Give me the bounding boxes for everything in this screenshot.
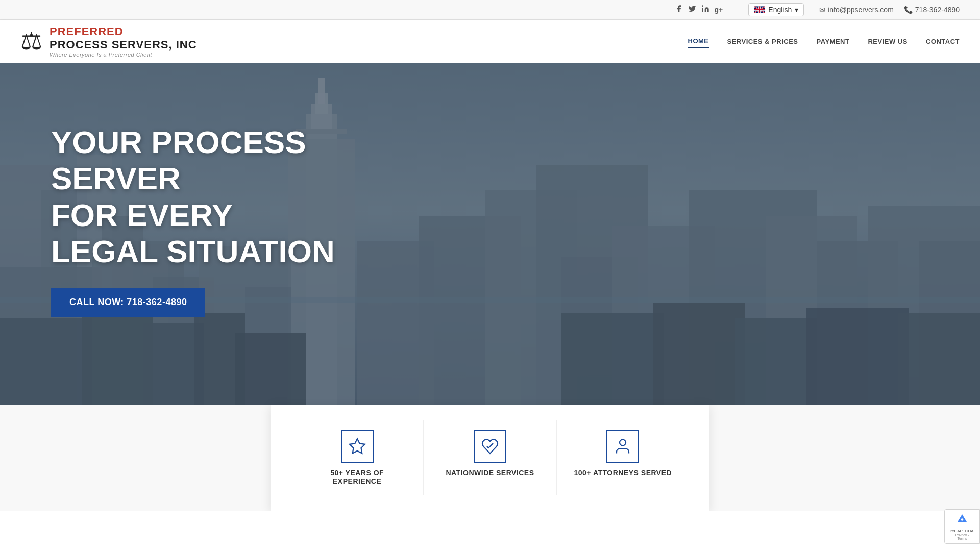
linkedin-icon xyxy=(701,5,709,13)
facebook-icon xyxy=(675,5,683,13)
stat-nationwide-label: NATIONWIDE SERVICES xyxy=(446,469,534,477)
stat-nationwide: NATIONWIDE SERVICES xyxy=(424,420,556,495)
stat-experience: 50+ YEARS OF EXPERIENCE xyxy=(291,420,424,495)
hero-section: YOUR PROCESS SERVER FOR EVERY LEGAL SITU… xyxy=(0,63,980,435)
logo-title: PREFERRED PROCESS SERVERS, INC xyxy=(50,25,197,52)
stat-experience-label: 50+ YEARS OF EXPERIENCE xyxy=(306,469,408,485)
handshake-icon xyxy=(481,437,499,456)
star-icon xyxy=(348,437,366,456)
contact-info: ✉ info@ppservers.com 📞 718-362-4890 xyxy=(819,6,960,14)
email-link[interactable]: ✉ info@ppservers.com xyxy=(819,6,894,14)
hero-title: YOUR PROCESS SERVER FOR EVERY LEGAL SITU… xyxy=(51,124,408,269)
main-nav: HOME SERVICES & PRICES PAYMENT REVIEW US… xyxy=(688,35,960,48)
phone-number: 718-362-4890 xyxy=(915,6,960,14)
nav-item-payment[interactable]: PAYMENT xyxy=(817,36,850,47)
recaptcha-badge: reCAPTCHA Privacy - Terms xyxy=(944,509,980,511)
stat-experience-icon-box xyxy=(341,430,374,463)
person-icon xyxy=(614,437,632,456)
logo-scales-icon: ⚖ xyxy=(20,29,42,54)
stats-bar: 50+ YEARS OF EXPERIENCE NATIONWIDE SERVI… xyxy=(271,405,709,511)
hero-title-line3: LEGAL SITUATION xyxy=(51,234,335,269)
hero-cta-button[interactable]: CALL NOW: 718-362-4890 xyxy=(51,288,205,317)
phone-link[interactable]: 📞 718-362-4890 xyxy=(904,6,960,14)
logo-title-red: PREFERRED xyxy=(50,25,124,38)
nav-item-services[interactable]: SERVICES & PRICES xyxy=(727,36,798,47)
email-address: info@ppservers.com xyxy=(828,6,894,14)
facebook-link[interactable] xyxy=(675,5,683,15)
nav-item-contact[interactable]: CONTACT xyxy=(926,36,960,47)
phone-icon: 📞 xyxy=(904,6,913,14)
logo-text: PREFERRED PROCESS SERVERS, INC Where Eve… xyxy=(50,25,197,58)
stat-attorneys: 100+ ATTORNEYS SERVED xyxy=(557,420,689,495)
svg-point-42 xyxy=(620,440,626,446)
logo-subtitle: Where Everyone Is a Preferred Client xyxy=(50,52,197,58)
twitter-link[interactable] xyxy=(688,5,696,15)
hero-title-line2: FOR EVERY xyxy=(51,197,233,233)
dropdown-arrow-icon: ▾ xyxy=(795,6,798,14)
language-label: English xyxy=(768,6,792,14)
googleplus-link[interactable]: g+ xyxy=(715,5,723,14)
hero-content: YOUR PROCESS SERVER FOR EVERY LEGAL SITU… xyxy=(51,124,408,317)
stat-attorneys-label: 100+ ATTORNEYS SERVED xyxy=(574,469,672,477)
svg-point-0 xyxy=(702,5,703,7)
googleplus-icon: g+ xyxy=(715,6,723,14)
hero-title-line1: YOUR PROCESS SERVER xyxy=(51,124,306,196)
nav-item-home[interactable]: HOME xyxy=(688,35,709,48)
stat-nationwide-icon-box xyxy=(474,430,506,463)
nav-item-review[interactable]: REVIEW US xyxy=(868,36,907,47)
uk-flag-icon xyxy=(754,6,765,13)
email-icon: ✉ xyxy=(819,6,825,14)
language-selector[interactable]: English ▾ xyxy=(748,3,804,16)
social-icons: g+ xyxy=(675,5,723,15)
twitter-icon xyxy=(688,5,696,13)
stats-section: 50+ YEARS OF EXPERIENCE NATIONWIDE SERVI… xyxy=(0,405,980,511)
logo-link[interactable]: ⚖ PREFERRED PROCESS SERVERS, INC Where E… xyxy=(20,25,197,58)
linkedin-link[interactable] xyxy=(701,5,709,15)
logo-title-dark: PROCESS SERVERS, INC xyxy=(50,38,197,51)
stat-attorneys-icon-box xyxy=(606,430,639,463)
main-header: ⚖ PREFERRED PROCESS SERVERS, INC Where E… xyxy=(0,20,980,63)
svg-marker-41 xyxy=(350,439,365,454)
top-bar: g+ English ▾ ✉ info@ppservers.com 📞 718-… xyxy=(0,0,980,20)
